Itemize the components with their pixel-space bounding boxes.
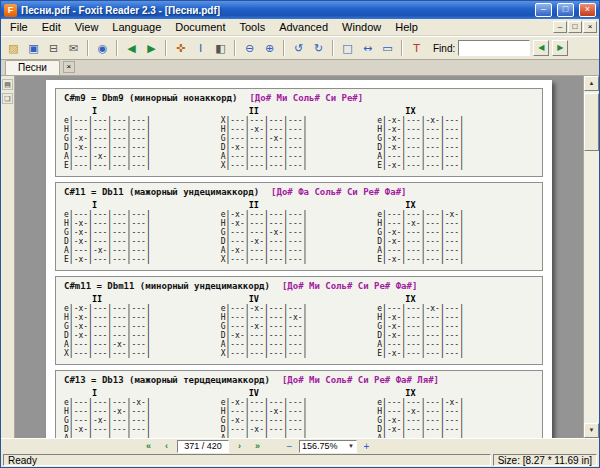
chord-diagram: IXe|---|---|-x-|---| H|-x-|---|---|---| … — [377, 294, 534, 358]
zoom-in-button[interactable]: + — [359, 440, 374, 453]
select-text-button[interactable]: I — [191, 39, 210, 58]
fret-position: I — [64, 388, 221, 398]
main-toolbar: ▨▣⊟✉◉◀▶✜I◧⊖⊕↺↻□↔▭T Find: ◀ ▶ — [1, 36, 599, 60]
next-page-button[interactable]: › — [232, 440, 247, 453]
section-title: C#13 = Db13 (мажорный терцдецимаккорд) — [64, 375, 270, 385]
print-button[interactable]: ⊟ — [44, 39, 63, 58]
next-view-button[interactable]: ▶ — [142, 39, 161, 58]
snapshot-button[interactable]: ◧ — [211, 39, 230, 58]
zoom-group: − 156.75% ▼ + — [282, 440, 374, 453]
fret-position: I — [64, 106, 221, 116]
chord-diagram: IIe|-x-|---|---|---| H|-x-|---|---|---| … — [64, 294, 221, 358]
chord-diagram: Ie|---|---|---|---| H|---|---|---|---| G… — [64, 106, 221, 170]
mdi-close-button[interactable]: × — [583, 21, 597, 33]
fret-position: I — [64, 200, 221, 210]
actual-size-button[interactable]: □ — [338, 39, 357, 58]
page-navigation-bar: « ‹ › » − 156.75% ▼ + — [1, 438, 599, 453]
rotate-right-button[interactable]: ↻ — [309, 39, 328, 58]
zoom-out-button[interactable]: ⊖ — [240, 39, 259, 58]
tab-close-icon[interactable]: × — [63, 61, 75, 73]
last-page-button[interactable]: » — [250, 440, 265, 453]
save-button[interactable]: ▣ — [24, 39, 43, 58]
scroll-down-icon[interactable]: ▼ — [584, 423, 599, 438]
email-button[interactable]: ✉ — [64, 39, 83, 58]
main-area: ▤ ❏ C#m9 = Dbm9 (минорный нонаккорд)[До#… — [1, 76, 599, 438]
diagram-lines: e|-x-|---|-x-|---| H|-x-|---|---|---| G|… — [377, 116, 534, 170]
text-viewer-button[interactable]: T — [407, 39, 426, 58]
document-area: C#m9 = Dbm9 (минорный нонаккорд)[До# Ми … — [15, 76, 583, 438]
chord-diagram: IXe|---|---|---|-x-| H|---|-x-|---|---| … — [377, 200, 534, 264]
minimize-button[interactable]: – — [535, 3, 552, 17]
fit-width-button[interactable]: ↔ — [358, 39, 377, 58]
menu-language[interactable]: Language — [105, 20, 168, 34]
menu-help[interactable]: Help — [388, 20, 425, 34]
find-input[interactable] — [458, 40, 530, 56]
chord-diagram: Ie|---|---|---|-x-| H|---|---|-x-|---| G… — [64, 388, 221, 438]
chord-diagram: IVe|---|-x-|---|---| H|---|---|---|-x-| … — [221, 294, 378, 358]
chord-diagram: IXe|---|---|---|-x-| H|---|-x-|---|---| … — [377, 388, 534, 438]
menu-edit[interactable]: Edit — [35, 20, 68, 34]
menu-file[interactable]: File — [3, 20, 35, 34]
mdi-restore-button[interactable]: □ — [568, 21, 582, 33]
menu-bar: FileEditViewLanguageDocumentToolsAdvance… — [1, 19, 599, 36]
toolbar-separator — [234, 40, 236, 56]
diagram-lines: e|-x-|---|---|---| H|-x-|---|---|---| G|… — [64, 304, 221, 358]
prev-view-button[interactable]: ◀ — [122, 39, 141, 58]
chord-diagram: IVe|-x-|---|---|---| H|---|---|-x-|---| … — [221, 388, 378, 438]
pages-panel-icon[interactable]: ❏ — [2, 93, 13, 104]
previous-page-button[interactable]: ‹ — [159, 440, 174, 453]
fret-position: IX — [377, 200, 534, 210]
fret-position: IV — [221, 294, 378, 304]
zoom-in-button[interactable]: ⊕ — [260, 39, 279, 58]
scroll-up-icon[interactable]: ▲ — [584, 76, 599, 91]
status-message: Ready — [3, 454, 491, 466]
vertical-scrollbar[interactable]: ▲ ▼ — [583, 76, 599, 438]
open-button[interactable]: ▨ — [4, 39, 23, 58]
fit-page-button[interactable]: ▭ — [378, 39, 397, 58]
toolbar-separator — [87, 40, 89, 56]
fret-position: IX — [377, 388, 534, 398]
zoom-level-select[interactable]: 156.75% ▼ — [299, 440, 357, 453]
diagram-lines: e|-x-|---|---|---| H|-x-|---|---|---| G|… — [221, 210, 378, 264]
diagram-lines: e|---|---|---|-x-| H|---|---|-x-|---| G|… — [64, 398, 221, 438]
section-title: C#m11 = Dbm11 (минорный ундецимаккорд) — [64, 281, 270, 291]
mdi-minimize-button[interactable]: – — [553, 21, 567, 33]
document-tab-bar: Песни × — [1, 60, 599, 76]
chord-section: C#m11 = Dbm11 (минорный ундецимаккорд)[Д… — [55, 276, 543, 365]
section-notes: [До# Ми Соль# Си Ре# Фа#] — [282, 281, 417, 291]
zoom-level-value: 156.75% — [302, 441, 346, 451]
window-title: Песни.pdf - Foxit Reader 2.3 - [Песни.pd… — [21, 5, 530, 16]
scrollbar-thumb[interactable] — [584, 93, 599, 151]
page-number-input[interactable] — [177, 440, 229, 453]
menu-document[interactable]: Document — [168, 20, 232, 34]
chord-section: C#11 = Db11 (мажорный ундецимаккорд)[До#… — [55, 182, 543, 271]
bookmarks-panel-icon[interactable]: ▤ — [2, 79, 13, 90]
menu-tools[interactable]: Tools — [232, 20, 272, 34]
section-title: C#11 = Db11 (мажорный ундецимаккорд) — [64, 187, 259, 197]
find-next-button[interactable]: ▶ — [552, 40, 568, 56]
section-notes: [До# Фа Соль# Си Ре# Фа#] — [271, 187, 406, 197]
tab-pesni[interactable]: Песни — [5, 60, 60, 75]
hand-tool-button[interactable]: ✜ — [171, 39, 190, 58]
toolbar-separator — [283, 40, 285, 56]
diagram-lines: e|---|---|---|---| H|-x-|---|---|---| G|… — [64, 210, 221, 264]
find-previous-button[interactable]: ◀ — [533, 40, 549, 56]
section-title: C#m9 = Dbm9 (минорный нонаккорд) — [64, 93, 237, 103]
maximize-button[interactable]: □ — [557, 3, 574, 17]
first-page-button[interactable]: « — [141, 440, 156, 453]
menu-window[interactable]: Window — [335, 20, 388, 34]
chord-diagram: IIX|---|---|---|---| H|---|-x-|---|---| … — [221, 106, 378, 170]
search-button[interactable]: ◉ — [93, 39, 112, 58]
toolbar-separator — [165, 40, 167, 56]
diagram-lines: e|---|---|---|---| H|---|---|---|---| G|… — [64, 116, 221, 170]
menu-view[interactable]: View — [68, 20, 106, 34]
zoom-out-button[interactable]: − — [282, 440, 297, 453]
fret-position: IX — [377, 294, 534, 304]
fret-position: II — [221, 106, 378, 116]
diagram-lines: e|---|---|---|-x-| H|---|-x-|---|---| G|… — [377, 210, 534, 264]
close-button[interactable]: × — [579, 3, 596, 17]
find-group: Find: ◀ ▶ — [433, 40, 568, 56]
pdf-page: C#m9 = Dbm9 (минорный нонаккорд)[До# Ми … — [46, 80, 552, 438]
menu-advanced[interactable]: Advanced — [272, 20, 335, 34]
rotate-left-button[interactable]: ↺ — [289, 39, 308, 58]
